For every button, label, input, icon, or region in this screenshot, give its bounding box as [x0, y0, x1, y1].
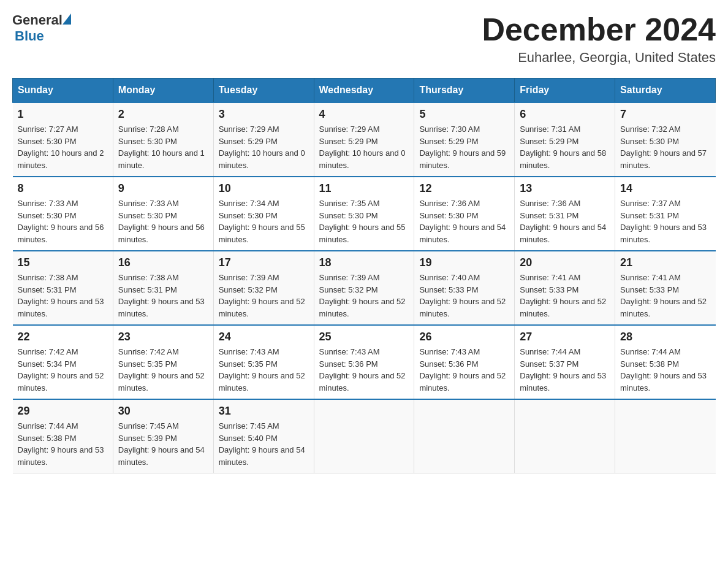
day-info: Sunrise: 7:33 AMSunset: 5:30 PMDaylight:… — [118, 197, 208, 245]
calendar-cell: 10 Sunrise: 7:34 AMSunset: 5:30 PMDaylig… — [213, 177, 314, 251]
day-info: Sunrise: 7:37 AMSunset: 5:31 PMDaylight:… — [620, 197, 710, 245]
day-number: 2 — [118, 108, 208, 121]
day-info: Sunrise: 7:44 AMSunset: 5:37 PMDaylight:… — [520, 346, 610, 394]
calendar-cell: 18 Sunrise: 7:39 AMSunset: 5:32 PMDaylig… — [314, 251, 414, 325]
month-title: December 2024 — [482, 12, 716, 47]
day-number: 9 — [118, 182, 208, 195]
day-info: Sunrise: 7:43 AMSunset: 5:36 PMDaylight:… — [419, 346, 509, 394]
calendar-cell: 21 Sunrise: 7:41 AMSunset: 5:33 PMDaylig… — [615, 251, 716, 325]
calendar-week-row: 8 Sunrise: 7:33 AMSunset: 5:30 PMDayligh… — [13, 177, 716, 251]
calendar-cell: 20 Sunrise: 7:41 AMSunset: 5:33 PMDaylig… — [515, 251, 615, 325]
weekday-header-saturday: Saturday — [615, 79, 716, 103]
day-info: Sunrise: 7:38 AMSunset: 5:31 PMDaylight:… — [118, 272, 208, 320]
day-number: 3 — [219, 108, 309, 121]
day-info: Sunrise: 7:43 AMSunset: 5:36 PMDaylight:… — [319, 346, 409, 394]
day-info: Sunrise: 7:45 AMSunset: 5:40 PMDaylight:… — [219, 420, 309, 468]
calendar-week-row: 1 Sunrise: 7:27 AMSunset: 5:30 PMDayligh… — [13, 102, 716, 177]
calendar-cell: 29 Sunrise: 7:44 AMSunset: 5:38 PMDaylig… — [13, 399, 113, 473]
weekday-header-monday: Monday — [113, 79, 213, 103]
calendar-cell: 4 Sunrise: 7:29 AMSunset: 5:29 PMDayligh… — [314, 102, 414, 177]
day-info: Sunrise: 7:28 AMSunset: 5:30 PMDaylight:… — [118, 123, 208, 171]
day-number: 19 — [419, 256, 509, 269]
calendar-cell: 28 Sunrise: 7:44 AMSunset: 5:38 PMDaylig… — [615, 325, 716, 399]
day-info: Sunrise: 7:30 AMSunset: 5:29 PMDaylight:… — [419, 123, 509, 171]
calendar-cell: 24 Sunrise: 7:43 AMSunset: 5:35 PMDaylig… — [213, 325, 314, 399]
day-number: 17 — [219, 256, 309, 269]
calendar-cell: 19 Sunrise: 7:40 AMSunset: 5:33 PMDaylig… — [414, 251, 515, 325]
calendar-cell: 17 Sunrise: 7:39 AMSunset: 5:32 PMDaylig… — [213, 251, 314, 325]
day-number: 16 — [118, 256, 208, 269]
calendar-cell: 16 Sunrise: 7:38 AMSunset: 5:31 PMDaylig… — [113, 251, 213, 325]
day-number: 11 — [319, 182, 409, 195]
calendar-cell: 13 Sunrise: 7:36 AMSunset: 5:31 PMDaylig… — [515, 177, 615, 251]
day-number: 24 — [219, 331, 309, 343]
logo: General Blue — [12, 12, 71, 44]
day-number: 22 — [18, 331, 108, 343]
calendar-week-row: 22 Sunrise: 7:42 AMSunset: 5:34 PMDaylig… — [13, 325, 716, 399]
day-number: 31 — [219, 405, 309, 418]
calendar-cell: 31 Sunrise: 7:45 AMSunset: 5:40 PMDaylig… — [213, 399, 314, 473]
day-info: Sunrise: 7:41 AMSunset: 5:33 PMDaylight:… — [520, 272, 610, 320]
calendar-week-row: 29 Sunrise: 7:44 AMSunset: 5:38 PMDaylig… — [13, 399, 716, 473]
title-area: December 2024 Euharlee, Georgia, United … — [482, 12, 716, 66]
day-info: Sunrise: 7:40 AMSunset: 5:33 PMDaylight:… — [419, 272, 509, 320]
calendar-cell: 11 Sunrise: 7:35 AMSunset: 5:30 PMDaylig… — [314, 177, 414, 251]
day-number: 29 — [18, 405, 108, 418]
day-info: Sunrise: 7:27 AMSunset: 5:30 PMDaylight:… — [18, 123, 108, 171]
calendar-cell: 8 Sunrise: 7:33 AMSunset: 5:30 PMDayligh… — [13, 177, 113, 251]
day-number: 26 — [419, 331, 509, 343]
day-number: 1 — [18, 108, 108, 121]
day-number: 8 — [18, 182, 108, 195]
day-info: Sunrise: 7:36 AMSunset: 5:31 PMDaylight:… — [520, 197, 610, 245]
day-info: Sunrise: 7:32 AMSunset: 5:30 PMDaylight:… — [620, 123, 710, 171]
day-info: Sunrise: 7:33 AMSunset: 5:30 PMDaylight:… — [18, 197, 108, 245]
calendar-cell — [414, 399, 515, 473]
calendar-week-row: 15 Sunrise: 7:38 AMSunset: 5:31 PMDaylig… — [13, 251, 716, 325]
day-number: 5 — [419, 108, 509, 121]
page-header: General Blue December 2024 Euharlee, Geo… — [12, 12, 716, 66]
calendar-cell — [615, 399, 716, 473]
day-number: 15 — [18, 256, 108, 269]
logo-triangle-icon — [63, 13, 71, 25]
calendar-cell: 7 Sunrise: 7:32 AMSunset: 5:30 PMDayligh… — [615, 102, 716, 177]
logo-general-text: General — [12, 12, 63, 28]
calendar-cell: 23 Sunrise: 7:42 AMSunset: 5:35 PMDaylig… — [113, 325, 213, 399]
day-number: 30 — [118, 405, 208, 418]
day-number: 23 — [118, 331, 208, 343]
calendar-cell: 15 Sunrise: 7:38 AMSunset: 5:31 PMDaylig… — [13, 251, 113, 325]
day-number: 20 — [520, 256, 610, 269]
logo-blue-text: Blue — [15, 28, 71, 44]
day-number: 27 — [520, 331, 610, 343]
day-info: Sunrise: 7:29 AMSunset: 5:29 PMDaylight:… — [219, 123, 309, 171]
day-info: Sunrise: 7:34 AMSunset: 5:30 PMDaylight:… — [219, 197, 309, 245]
weekday-header-friday: Friday — [515, 79, 615, 103]
day-info: Sunrise: 7:43 AMSunset: 5:35 PMDaylight:… — [219, 346, 309, 394]
weekday-header-wednesday: Wednesday — [314, 79, 414, 103]
day-info: Sunrise: 7:39 AMSunset: 5:32 PMDaylight:… — [219, 272, 309, 320]
calendar-cell: 25 Sunrise: 7:43 AMSunset: 5:36 PMDaylig… — [314, 325, 414, 399]
day-number: 28 — [620, 331, 710, 343]
day-info: Sunrise: 7:36 AMSunset: 5:30 PMDaylight:… — [419, 197, 509, 245]
day-info: Sunrise: 7:35 AMSunset: 5:30 PMDaylight:… — [319, 197, 409, 245]
day-info: Sunrise: 7:45 AMSunset: 5:39 PMDaylight:… — [118, 420, 208, 468]
day-info: Sunrise: 7:41 AMSunset: 5:33 PMDaylight:… — [620, 272, 710, 320]
calendar-cell: 14 Sunrise: 7:37 AMSunset: 5:31 PMDaylig… — [615, 177, 716, 251]
day-number: 7 — [620, 108, 710, 121]
day-info: Sunrise: 7:31 AMSunset: 5:29 PMDaylight:… — [520, 123, 610, 171]
calendar-cell — [314, 399, 414, 473]
day-info: Sunrise: 7:38 AMSunset: 5:31 PMDaylight:… — [18, 272, 108, 320]
calendar-cell: 26 Sunrise: 7:43 AMSunset: 5:36 PMDaylig… — [414, 325, 515, 399]
calendar-cell: 27 Sunrise: 7:44 AMSunset: 5:37 PMDaylig… — [515, 325, 615, 399]
day-number: 14 — [620, 182, 710, 195]
calendar-cell: 1 Sunrise: 7:27 AMSunset: 5:30 PMDayligh… — [13, 102, 113, 177]
calendar-cell: 9 Sunrise: 7:33 AMSunset: 5:30 PMDayligh… — [113, 177, 213, 251]
weekday-header-thursday: Thursday — [414, 79, 515, 103]
weekday-header-tuesday: Tuesday — [213, 79, 314, 103]
calendar-cell: 3 Sunrise: 7:29 AMSunset: 5:29 PMDayligh… — [213, 102, 314, 177]
day-number: 4 — [319, 108, 409, 121]
day-number: 12 — [419, 182, 509, 195]
calendar-header-row: SundayMondayTuesdayWednesdayThursdayFrid… — [13, 79, 716, 103]
calendar-cell: 22 Sunrise: 7:42 AMSunset: 5:34 PMDaylig… — [13, 325, 113, 399]
day-info: Sunrise: 7:42 AMSunset: 5:35 PMDaylight:… — [118, 346, 208, 394]
calendar-cell: 30 Sunrise: 7:45 AMSunset: 5:39 PMDaylig… — [113, 399, 213, 473]
